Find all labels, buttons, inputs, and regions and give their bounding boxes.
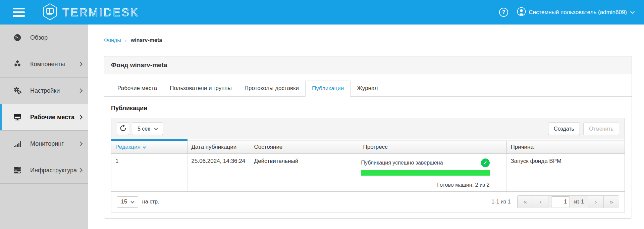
tab-journal[interactable]: Журнал (351, 81, 384, 96)
user-name-label: Системный пользователь (admin609) (529, 9, 627, 16)
tab-delivery-protocols[interactable]: Протоколы доставки (238, 81, 305, 96)
sidebar-item-monitoring[interactable]: Мониторинг (0, 131, 88, 157)
refresh-interval-select[interactable]: 5 сек (132, 123, 163, 135)
per-page-label: на стр. (142, 199, 159, 205)
cell-reason: Запуск фонда ВРМ (506, 154, 625, 192)
results-range-label: 1-1 из 1 (491, 199, 511, 205)
app-logo[interactable]: TERMIDESK (42, 3, 139, 22)
breadcrumb: Фонды › winsrv-meta (104, 37, 632, 43)
publications-table: Редакция Дата публикации Состояние Прогр… (111, 139, 625, 192)
next-page-button[interactable]: › (588, 196, 603, 208)
signal-bars-icon (13, 139, 23, 148)
chevron-right-icon (78, 62, 83, 66)
card-title: Фонд winsrv-meta (104, 56, 632, 74)
cell-progress: Публикация успешно завершена ✓ Готово ма… (359, 154, 506, 192)
cell-revision: 1 (111, 154, 187, 192)
sidebar-item-label: Обзор (30, 34, 82, 41)
pagination: « ‹ из 1 › » (517, 195, 619, 208)
progress-status-label: Публикация успешно завершена (361, 160, 481, 166)
gauge-icon (13, 33, 23, 42)
cancel-button[interactable]: Отменить (583, 123, 619, 135)
logo-hexagon-icon (42, 3, 58, 22)
fund-card: Фонд winsrv-meta Рабочие места Пользоват… (104, 56, 632, 219)
column-header-publish-date[interactable]: Дата публикации (187, 140, 250, 154)
chevron-down-icon (154, 126, 158, 130)
column-header-progress[interactable]: Прогресс (359, 140, 506, 154)
page-size-select[interactable]: 15 (117, 196, 138, 208)
chevron-right-icon (78, 115, 83, 120)
tab-publications[interactable]: Публикации (305, 81, 351, 97)
breadcrumb-link-funds[interactable]: Фонды (104, 37, 121, 43)
sort-descending-icon (143, 145, 146, 149)
chevron-down-icon (130, 199, 134, 203)
user-menu[interactable]: Системный пользователь (admin609) (517, 7, 634, 18)
chevron-right-icon (78, 88, 83, 93)
column-header-reason[interactable]: Причина (506, 140, 625, 154)
sidebar: Обзор Компоненты (0, 25, 88, 229)
table-row[interactable]: 1 25.06.2024, 14:36:24 Действительный Пу… (111, 154, 625, 192)
previous-page-button[interactable]: ‹ (533, 196, 548, 208)
tab-bar: Рабочие места Пользователи и группы Прот… (104, 81, 632, 97)
refresh-icon (119, 125, 127, 133)
main-content: Фонды › winsrv-meta Фонд winsrv-meta Раб… (88, 25, 644, 229)
cell-state: Действительный (250, 154, 359, 192)
publications-panel: 5 сек Создать Отменить Редакция (111, 118, 625, 213)
sidebar-item-label: Мониторинг (30, 140, 78, 147)
tab-workplaces[interactable]: Рабочие места (111, 81, 163, 96)
machines-ready-label: Готово машин: 2 из 2 (361, 182, 490, 188)
table-footer: 15 на стр. 1-1 из 1 « ‹ из 1 (111, 192, 625, 213)
column-header-state[interactable]: Состояние (250, 140, 359, 154)
sidebar-item-label: Компоненты (30, 61, 78, 68)
page-count-label: из 1 (570, 199, 588, 205)
tab-users-groups[interactable]: Пользователи и группы (163, 81, 238, 96)
chevron-down-icon (630, 9, 635, 14)
logo-text: TERMIDESK (62, 6, 139, 19)
sidebar-item-label: Инфраструктура (30, 167, 78, 174)
topbar: TERMIDESK ? Системный пользователь (admi… (0, 0, 644, 25)
sidebar-item-infrastructure[interactable]: Инфраструктура (0, 157, 88, 184)
help-icon[interactable]: ? (499, 8, 508, 17)
sidebar-item-label: Рабочие места (30, 114, 78, 121)
breadcrumb-separator: › (125, 38, 127, 43)
sidebar-item-workplaces[interactable]: Рабочие места (0, 104, 88, 131)
refresh-button[interactable] (117, 123, 129, 135)
gears-icon (13, 86, 23, 95)
sidebar-item-label: Настройки (30, 87, 78, 94)
progress-bar (361, 170, 490, 176)
section-title: Публикации (111, 105, 625, 112)
table-header-row: Редакция Дата публикации Состояние Прогр… (111, 140, 625, 154)
last-page-button[interactable]: » (603, 196, 619, 208)
monitor-icon (13, 113, 23, 122)
page-number-input[interactable] (551, 196, 570, 207)
sidebar-item-components[interactable]: Компоненты (0, 51, 88, 78)
chevron-right-icon (78, 141, 83, 146)
breadcrumb-current: winsrv-meta (131, 37, 162, 43)
sidebar-item-settings[interactable]: Настройки (0, 78, 88, 104)
column-header-revision[interactable]: Редакция (111, 140, 187, 154)
first-page-button[interactable]: « (518, 196, 533, 208)
table-toolbar: 5 сек Создать Отменить (111, 118, 625, 139)
cell-publish-date: 25.06.2024, 14:36:24 (187, 154, 250, 192)
success-check-icon: ✓ (481, 158, 490, 167)
create-button[interactable]: Создать (548, 123, 580, 135)
progress-bar-fill (361, 170, 490, 176)
cubes-icon (13, 60, 23, 69)
chevron-right-icon (78, 168, 83, 173)
hamburger-menu-icon[interactable] (13, 8, 25, 17)
sidebar-item-overview[interactable]: Обзор (0, 25, 88, 51)
server-icon (13, 166, 23, 175)
user-avatar-icon (517, 7, 526, 18)
